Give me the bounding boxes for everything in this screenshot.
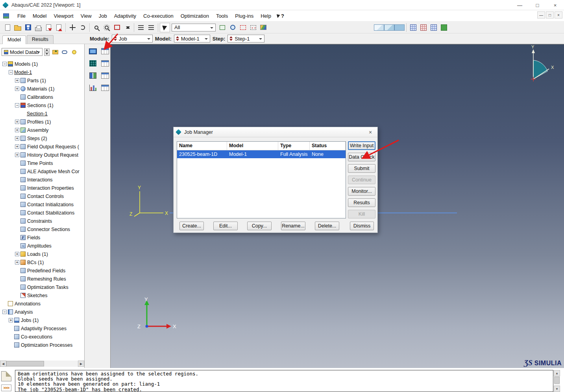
expand-icon[interactable]: + xyxy=(15,260,19,264)
submit-button[interactable]: Submit xyxy=(348,164,375,173)
wireframe-render-button[interactable] xyxy=(374,23,384,32)
tree-item-connector-sections[interactable]: Connector Sections xyxy=(0,225,84,233)
spin-up-button[interactable] xyxy=(44,48,50,52)
mesh-seeds-button[interactable] xyxy=(418,23,429,32)
spin-down-button[interactable] xyxy=(44,52,50,56)
expand-icon[interactable]: + xyxy=(15,153,19,157)
tree-item-sections-1[interactable]: −Sections (1) xyxy=(0,101,84,109)
shaded-render-button[interactable] xyxy=(394,23,405,32)
mesh-edges-button[interactable] xyxy=(429,23,439,32)
create-adaptivity-button[interactable] xyxy=(89,59,97,67)
tree-item-ale-adaptive-mesh-cor[interactable]: ALE Adaptive Mesh Cor xyxy=(0,167,84,176)
tree-item-optimization-processes[interactable]: Optimization Processes xyxy=(0,341,84,349)
selection-filter-combo[interactable]: All xyxy=(172,24,216,31)
specify-view-button[interactable] xyxy=(146,23,156,32)
expand-icon[interactable]: + xyxy=(15,252,19,256)
write-input-button[interactable]: Write Input xyxy=(348,141,375,150)
menu-item-viewport[interactable]: Viewport xyxy=(50,11,77,20)
tab-results[interactable]: Results xyxy=(27,35,54,44)
module-combo[interactable]: Job xyxy=(112,35,153,43)
tree-item-predefined-fields[interactable]: Predefined Fields xyxy=(0,266,84,275)
tree-item-remeshing-rules[interactable]: Remeshing Rules xyxy=(0,275,84,283)
dialog-title-bar[interactable]: Job Manager × xyxy=(174,127,377,137)
expand-icon[interactable]: + xyxy=(15,136,19,141)
menu-item-tools[interactable]: Tools xyxy=(213,11,231,20)
coexecution-manager-button[interactable] xyxy=(101,72,109,80)
tree-item-co-executions[interactable]: Co-executions xyxy=(0,333,84,341)
collapse-icon[interactable]: − xyxy=(2,310,7,314)
viewport-restore-button[interactable]: □ xyxy=(546,11,554,18)
dismiss-button[interactable]: Dismiss xyxy=(350,222,374,230)
adaptivity-manager-button[interactable] xyxy=(101,59,109,67)
column-header-name[interactable]: Name xyxy=(177,142,227,150)
menu-item-model[interactable]: Model xyxy=(29,11,50,20)
scrollbar-track[interactable] xyxy=(554,376,560,386)
tree-item-contact-stabilizations[interactable]: Contact Stabilizations xyxy=(0,209,84,217)
tree-item-history-output-request[interactable]: +History Output Request xyxy=(0,151,84,159)
tips-button[interactable] xyxy=(70,48,78,56)
select-entities-button[interactable] xyxy=(217,23,227,32)
pan-view-button[interactable] xyxy=(67,23,78,32)
menu-item-view[interactable]: View xyxy=(77,11,95,20)
zoom-button[interactable] xyxy=(91,23,102,32)
tree-item-interactions[interactable]: Interactions xyxy=(0,176,84,184)
create-button[interactable]: Create... xyxy=(179,222,204,230)
viewport-close-button[interactable]: × xyxy=(555,11,562,18)
export-button[interactable] xyxy=(54,23,64,32)
expand-icon[interactable]: + xyxy=(15,87,19,91)
scroll-down-button[interactable]: ▼ xyxy=(554,386,560,392)
scrollbar-track[interactable] xyxy=(6,361,78,367)
tree-item-parts-1[interactable]: +Parts (1) xyxy=(0,76,84,85)
import-button[interactable] xyxy=(43,23,54,32)
tree-item-models-1[interactable]: −Models (1) xyxy=(0,60,84,68)
minimize-button[interactable]: — xyxy=(511,0,529,10)
tree-item-contact-initializations[interactable]: Contact Initializations xyxy=(0,200,84,209)
menu-item-co-execution[interactable]: Co-execution xyxy=(140,11,177,20)
viewport-minimize-button[interactable]: — xyxy=(537,11,545,18)
step-combo[interactable]: Step-1 xyxy=(227,35,264,43)
menu-item-adaptivity[interactable]: Adaptivity xyxy=(111,11,140,20)
color-code-button[interactable] xyxy=(439,23,449,32)
column-header-status[interactable]: Status xyxy=(310,142,346,150)
scrollbar-thumb[interactable] xyxy=(554,377,560,384)
tree-item-time-points[interactable]: Time Points xyxy=(0,159,84,167)
monitor-button[interactable]: Monitor... xyxy=(348,187,375,196)
tree-item-optimization-tasks[interactable]: Optimization Tasks xyxy=(0,283,84,291)
column-header-type[interactable]: Type xyxy=(278,142,310,150)
maximize-button[interactable]: □ xyxy=(529,0,546,10)
menu-item-plug-ins[interactable]: Plug-ins xyxy=(231,11,257,20)
print-button[interactable] xyxy=(33,23,43,32)
tree-item-amplitudes[interactable]: Amplitudes xyxy=(0,242,84,250)
expand-icon[interactable]: + xyxy=(15,78,19,83)
scroll-right-button[interactable]: ▶ xyxy=(78,361,84,367)
open-database-button[interactable] xyxy=(51,48,59,56)
collapse-icon[interactable]: − xyxy=(2,62,7,66)
model-combo[interactable]: Model-1 xyxy=(174,35,210,43)
link-button[interactable] xyxy=(61,48,68,56)
rotate-view-button[interactable] xyxy=(78,23,88,32)
edit-button[interactable]: Edit... xyxy=(213,222,238,230)
new-file-button[interactable] xyxy=(2,23,13,32)
mesh-display-button[interactable] xyxy=(408,23,418,32)
tree-item-sketches[interactable]: Sketches xyxy=(0,291,84,300)
expand-icon[interactable]: + xyxy=(9,318,13,322)
menu-item-file[interactable]: File xyxy=(14,11,29,20)
tree-item-contact-controls[interactable]: Contact Controls xyxy=(0,192,84,200)
collapse-icon[interactable]: − xyxy=(9,70,13,74)
delete-button[interactable]: Delete... xyxy=(315,222,339,230)
fit-view-button[interactable] xyxy=(112,23,122,32)
dialog-close-button[interactable]: × xyxy=(366,128,375,136)
job-row-230525-beam-1d[interactable]: 230525-beam-1DModel-1Full AnalysisNone xyxy=(177,150,346,158)
hidden-line-render-button[interactable] xyxy=(384,23,394,32)
expand-icon[interactable]: + xyxy=(15,144,19,149)
expand-icon[interactable]: + xyxy=(15,120,19,124)
save-button[interactable] xyxy=(23,23,33,32)
image-options-button[interactable] xyxy=(258,23,268,32)
tree-item-analysis[interactable]: −Analysis xyxy=(0,308,84,316)
open-file-button[interactable] xyxy=(13,23,23,32)
column-header-model[interactable]: Model xyxy=(227,142,278,150)
tree-item-profiles-1[interactable]: +Profiles (1) xyxy=(0,118,84,126)
optimization-manager-button[interactable] xyxy=(101,84,109,92)
results-button[interactable]: Results xyxy=(348,198,375,207)
tree-horizontal-scrollbar[interactable]: ◀ ▶ xyxy=(0,361,84,367)
